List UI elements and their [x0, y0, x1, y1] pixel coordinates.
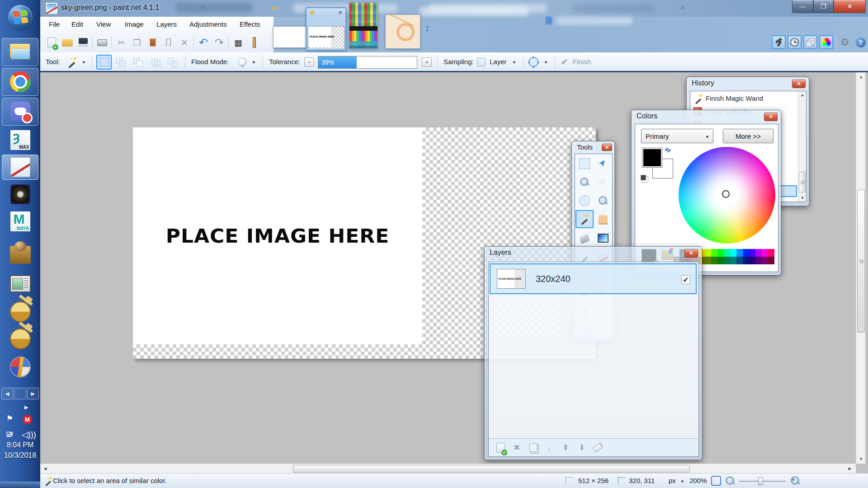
zoom-tool[interactable]: [594, 192, 612, 210]
taskbar-item-explorer[interactable]: [2, 38, 38, 66]
toggle-colors-window-button[interactable]: [819, 35, 833, 49]
palette-swatch[interactable]: [768, 257, 774, 264]
merge-layer-down-button[interactable]: ⤓: [544, 442, 555, 453]
ellipse-select-tool[interactable]: [576, 192, 594, 210]
palette-swatch[interactable]: [749, 257, 755, 264]
image-list-chevron-button[interactable]: ▼▼: [425, 26, 429, 32]
duplicate-layer-button[interactable]: [528, 442, 538, 453]
zoom-to-fit-button[interactable]: [711, 476, 721, 486]
primary-color-swatch[interactable]: [642, 148, 662, 168]
palette-swatch[interactable]: [743, 257, 749, 264]
palette-swatch[interactable]: [724, 257, 730, 264]
zoom-slider-thumb[interactable]: [758, 477, 763, 485]
maximize-button[interactable]: ❐: [813, 0, 834, 13]
scroll-up-icon[interactable]: ▲: [798, 91, 807, 99]
taskbar-item-chrome[interactable]: [2, 68, 38, 96]
cut-button[interactable]: ✂: [114, 36, 128, 49]
palette-swatch[interactable]: [736, 249, 743, 257]
copy-button[interactable]: ❐: [130, 36, 144, 49]
start-button[interactable]: [2, 4, 38, 31]
status-unit[interactable]: px: [669, 477, 676, 484]
palette-swatch[interactable]: [705, 257, 711, 264]
taskbar-clock-date[interactable]: 10/3/2018: [0, 451, 40, 460]
paste-button[interactable]: [146, 36, 160, 49]
zoom-out-button[interactable]: [725, 475, 736, 488]
network-tray-icon[interactable]: 🖳: [5, 430, 14, 439]
open-button[interactable]: [61, 36, 74, 49]
vertical-scrollbar-thumb[interactable]: [857, 190, 865, 333]
taskbar-item-maya[interactable]: MMAYA: [2, 209, 38, 234]
more-button[interactable]: More >>: [723, 129, 774, 143]
menu-effects[interactable]: Effects: [236, 19, 264, 31]
add-layer-button[interactable]: [495, 442, 506, 453]
sampling-dropdown-arrow[interactable]: ▼: [512, 60, 516, 65]
palette-swatch[interactable]: [755, 249, 762, 257]
settings-button[interactable]: ⚙: [838, 35, 852, 49]
menu-image[interactable]: Image: [121, 19, 147, 31]
palette-swatch[interactable]: [749, 249, 755, 257]
palette-swatch[interactable]: [711, 249, 717, 257]
flood-mode-bulb-icon[interactable]: [238, 58, 246, 68]
selection-quality-icon[interactable]: [528, 57, 538, 69]
history-scrollbar-thumb[interactable]: [799, 172, 806, 192]
color-wheel-selector[interactable]: [722, 190, 730, 198]
delete-layer-button[interactable]: ✖: [511, 442, 522, 453]
palette-swatch[interactable]: [705, 249, 711, 257]
palette-swatch[interactable]: [711, 257, 717, 264]
paint-bucket-tool[interactable]: [576, 229, 594, 247]
image-tab-blank[interactable]: [273, 26, 307, 48]
history-item[interactable]: Finish Magic Wand: [690, 91, 798, 105]
palette-swatch[interactable]: [730, 257, 736, 264]
menu-view[interactable]: View: [93, 19, 114, 31]
action-center-flag-icon[interactable]: ⚑: [6, 414, 13, 423]
vertical-scrollbar[interactable]: ▲ ▼: [856, 72, 865, 464]
selection-quality-dropdown-arrow[interactable]: ▼: [544, 60, 548, 65]
palette-swatch[interactable]: [755, 257, 762, 264]
taskbar-item-smash-bros-2[interactable]: [2, 326, 38, 352]
image-tab-active-sky-green[interactable]: ★ ✕ PLACE IMAGE HERE: [306, 7, 346, 51]
scroll-up-icon[interactable]: ▲: [856, 73, 866, 80]
sampling-value[interactable]: Layer: [490, 58, 507, 66]
layers-window-close-button[interactable]: ✕: [684, 249, 698, 258]
palette-swatch[interactable]: [743, 249, 749, 257]
layers-window[interactable]: Layers ✕ PLACE IMAGE HERE 320x240 ✔ ✖: [484, 246, 702, 460]
palette-swatch[interactable]: [724, 249, 730, 257]
menu-layers[interactable]: Layers: [153, 19, 180, 31]
toggle-layers-window-button[interactable]: [803, 35, 817, 49]
taskbar-pager[interactable]: ◀▶: [1, 388, 39, 399]
palette-swatch[interactable]: [736, 257, 743, 264]
unit-dropdown-arrow[interactable]: ▲: [680, 479, 684, 483]
save-button[interactable]: [76, 36, 90, 49]
taskbar-item-toybox[interactable]: [2, 243, 38, 267]
flood-mode-dropdown-arrow[interactable]: ▼: [252, 60, 256, 65]
layer-properties-button[interactable]: ✎: [593, 442, 604, 453]
menu-adjustments[interactable]: Adjustments: [186, 19, 231, 31]
image-tab-spritesheet[interactable]: [349, 2, 378, 49]
taskbar-item-paint-net[interactable]: [2, 155, 38, 180]
palette-swatch[interactable]: [717, 249, 724, 257]
tools-window-close-button[interactable]: ✕: [602, 144, 612, 151]
tool-dropdown-arrow[interactable]: ▼: [82, 60, 86, 65]
tolerance-decrease-button[interactable]: −: [304, 57, 314, 67]
horizontal-scrollbar[interactable]: ◀ ▶: [40, 464, 856, 473]
tolerance-increase-button[interactable]: +: [422, 57, 432, 67]
selection-mode-intersect-button[interactable]: [148, 55, 163, 70]
canvas-workspace[interactable]: PLACE IMAGE HERE Tools ✕ T History ✕ Fin…: [40, 72, 856, 464]
taskbar-item-3ds-max[interactable]: ȜMAX: [2, 127, 38, 153]
scroll-left-icon[interactable]: ◀: [41, 465, 49, 472]
pan-tool[interactable]: [594, 210, 612, 228]
gradient-tool[interactable]: [594, 229, 612, 247]
palette-swatch[interactable]: [762, 249, 768, 257]
colors-window-close-button[interactable]: ✕: [764, 113, 778, 121]
taskbar-clock-time[interactable]: 8:04 PM: [0, 441, 40, 449]
move-layer-down-button[interactable]: ⬇: [576, 442, 587, 453]
history-window-close-button[interactable]: ✕: [792, 80, 806, 88]
print-button[interactable]: [95, 36, 109, 49]
move-selected-pixels-tool[interactable]: [594, 155, 612, 173]
selection-mode-subtract-button[interactable]: [131, 55, 146, 70]
color-wheel[interactable]: [679, 147, 775, 244]
deselect-button[interactable]: ✕: [178, 36, 191, 49]
lasso-select-tool[interactable]: [576, 173, 594, 191]
palette-swatch[interactable]: [768, 249, 774, 257]
image-tab-map[interactable]: [385, 14, 420, 49]
